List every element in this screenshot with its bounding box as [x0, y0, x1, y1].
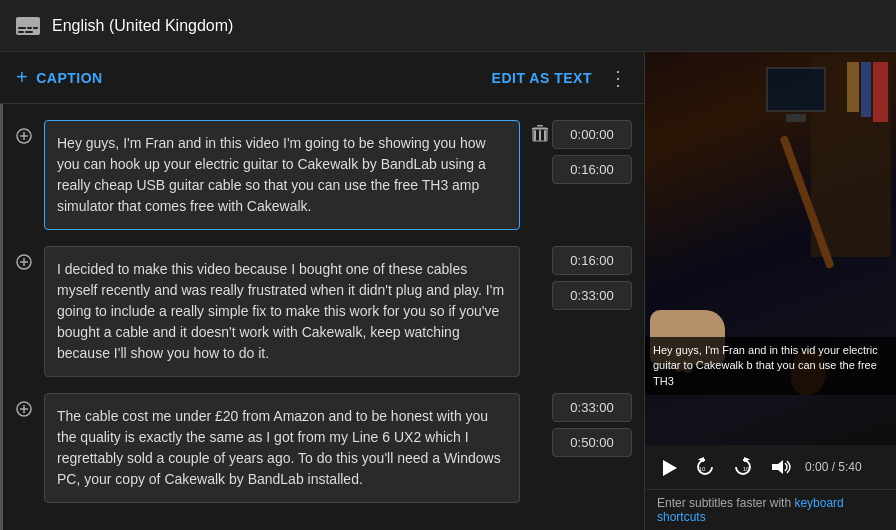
svg-rect-11 [534, 130, 536, 141]
video-controls: 10 10 [645, 445, 896, 489]
caption-text-content: I decided to make this video because I b… [57, 261, 504, 361]
svg-rect-2 [27, 27, 32, 29]
end-time-chip[interactable]: 0:16:00 [552, 155, 632, 184]
add-caption-label: CAPTION [36, 70, 103, 86]
subtitles-icon [16, 15, 40, 36]
main-content: + CAPTION EDIT AS TEXT ⋮ [0, 52, 896, 530]
caption-item: Hey guys, I'm Fran and in this video I'm… [0, 112, 644, 238]
svg-rect-13 [544, 130, 546, 141]
video-container: Hey guys, I'm Fran and in this vid your … [645, 52, 896, 445]
caption-times-1: 0:00:00 0:16:00 [552, 120, 632, 184]
caption-item: The cable cost me under £20 from Amazon … [0, 385, 644, 511]
forward-button[interactable]: 10 [729, 453, 757, 481]
captions-panel: + CAPTION EDIT AS TEXT ⋮ [0, 52, 645, 530]
end-time-chip[interactable]: 0:50:00 [552, 428, 632, 457]
start-time-chip[interactable]: 0:33:00 [552, 393, 632, 422]
rewind-button[interactable]: 10 [691, 453, 719, 481]
svg-rect-1 [18, 27, 26, 29]
caption-item: I decided to make this video because I b… [0, 238, 644, 385]
add-before-caption-button[interactable] [12, 397, 36, 421]
add-caption-button[interactable]: + CAPTION [16, 66, 103, 89]
subtitle-overlay: Hey guys, I'm Fran and in this vid your … [645, 337, 896, 395]
time-display: 0:00 / 5:40 [805, 460, 862, 474]
start-time-chip[interactable]: 0:16:00 [552, 246, 632, 275]
svg-rect-10 [537, 125, 543, 127]
caption-text-1[interactable]: Hey guys, I'm Fran and in this video I'm… [44, 120, 520, 230]
caption-text-2[interactable]: I decided to make this video because I b… [44, 246, 520, 377]
video-panel: Hey guys, I'm Fran and in this vid your … [645, 52, 896, 530]
page-title: English (United Kingdom) [52, 17, 233, 35]
svg-marker-26 [772, 460, 783, 474]
svg-rect-3 [33, 27, 38, 29]
video-background: Hey guys, I'm Fran and in this vid your … [645, 52, 896, 445]
header-bar: English (United Kingdom) [0, 0, 896, 52]
subtitle-text: Hey guys, I'm Fran and in this vid your … [653, 344, 878, 387]
more-options-button[interactable]: ⋮ [608, 68, 628, 88]
caption-times-3: 0:33:00 0:50:00 [552, 393, 632, 457]
captions-toolbar: + CAPTION EDIT AS TEXT ⋮ [0, 52, 644, 104]
shortcuts-text: Enter subtitles faster with [657, 496, 794, 510]
svg-rect-4 [18, 31, 24, 33]
caption-text-3[interactable]: The cable cost me under £20 from Amazon … [44, 393, 520, 503]
caption-times-2: 0:16:00 0:33:00 [552, 246, 632, 310]
plus-icon: + [16, 66, 28, 89]
shortcuts-bar: Enter subtitles faster with keyboard sho… [645, 489, 896, 530]
controls-row: 10 10 [657, 453, 884, 481]
start-time-chip[interactable]: 0:00:00 [552, 120, 632, 149]
svg-rect-5 [25, 31, 33, 33]
volume-button[interactable] [767, 453, 795, 481]
end-time-chip[interactable]: 0:33:00 [552, 281, 632, 310]
edit-as-text-button[interactable]: EDIT AS TEXT [492, 70, 592, 86]
play-button[interactable] [657, 454, 681, 481]
svg-text:10: 10 [743, 466, 750, 472]
add-before-caption-button[interactable] [12, 124, 36, 148]
caption-text-content: Hey guys, I'm Fran and in this video I'm… [57, 135, 486, 214]
svg-rect-12 [539, 130, 541, 141]
svg-text:10: 10 [699, 466, 706, 472]
caption-text-content: The cable cost me under £20 from Amazon … [57, 408, 501, 487]
toolbar-right: EDIT AS TEXT ⋮ [492, 68, 628, 88]
add-before-caption-button[interactable] [12, 250, 36, 274]
svg-marker-21 [663, 460, 677, 476]
captions-list[interactable]: Hey guys, I'm Fran and in this video I'm… [0, 104, 644, 530]
delete-caption-button[interactable] [528, 120, 552, 144]
